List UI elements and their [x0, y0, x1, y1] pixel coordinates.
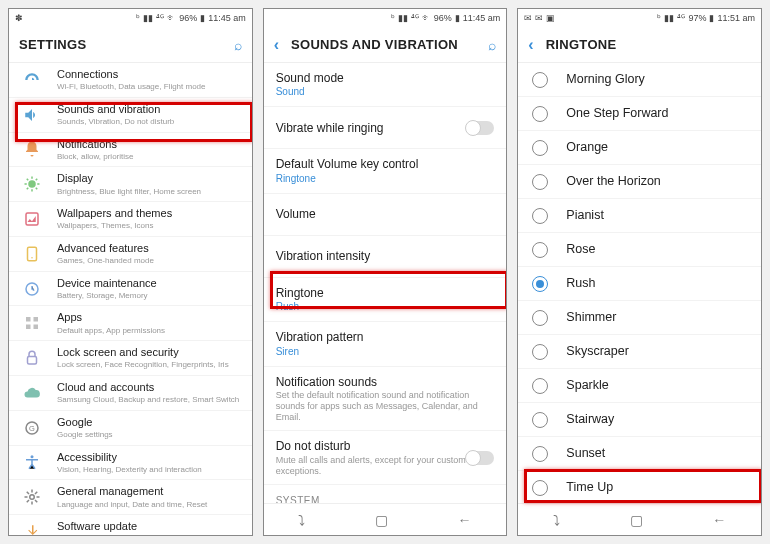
radio-button[interactable] [532, 378, 548, 394]
recents-button[interactable]: ⤵ [553, 512, 560, 528]
ringtone-option[interactable]: Stairway [518, 403, 761, 437]
item-title: Cloud and accounts [57, 381, 240, 394]
item-subtitle: Default apps, App permissions [57, 326, 240, 336]
radio-button[interactable] [532, 174, 548, 190]
sound-item[interactable]: Vibration intensity [264, 236, 507, 278]
google-icon: G [21, 417, 43, 439]
settings-item-accessibility[interactable]: AccessibilityVision, Hearing, Dexterity … [9, 446, 252, 481]
recents-button[interactable]: ⤵ [298, 512, 305, 528]
settings-item-sound[interactable]: Sounds and vibrationSounds, Vibration, D… [9, 98, 252, 133]
sound-icon [21, 104, 43, 126]
item-subtitle: Block, allow, prioritise [57, 152, 240, 162]
item-subtitle: Set the default notification sound and n… [276, 390, 495, 422]
ringtone-label: Rose [566, 242, 595, 257]
ringtone-label: Shimmer [566, 310, 616, 325]
settings-item-lock[interactable]: Lock screen and securityLock screen, Fac… [9, 341, 252, 376]
settings-item-apps[interactable]: AppsDefault apps, App permissions [9, 306, 252, 341]
nav-bar: ⤵ ▢ ← [264, 503, 507, 535]
item-title: Advanced features [57, 242, 240, 255]
cloud-icon [21, 382, 43, 404]
signal-icon: ▮▮ [398, 13, 408, 23]
ringtone-label: Sparkle [566, 378, 608, 393]
ringtone-option[interactable]: One Step Forward [518, 97, 761, 131]
ringtone-option[interactable]: Over the Horizon [518, 165, 761, 199]
settings-item-connections[interactable]: ConnectionsWi-Fi, Bluetooth, Data usage,… [9, 63, 252, 98]
sound-item[interactable]: Do not disturbMute all calls and alerts,… [264, 431, 507, 485]
radio-button[interactable] [532, 310, 548, 326]
ringtone-label: Pianist [566, 208, 604, 223]
radio-button[interactable] [532, 446, 548, 462]
sound-item[interactable]: Vibrate while ringing [264, 107, 507, 149]
settings-item-advanced[interactable]: Advanced featuresGames, One-handed mode [9, 237, 252, 272]
settings-item-general[interactable]: General managementLanguage and input, Da… [9, 480, 252, 515]
sound-item[interactable]: RingtoneRush [264, 278, 507, 322]
ringtone-option[interactable]: Orange [518, 131, 761, 165]
item-title: General management [57, 485, 240, 498]
network-icon: ⁴ᴳ [156, 13, 164, 23]
ringtone-option[interactable]: Morning Glory [518, 63, 761, 97]
radio-button[interactable] [532, 276, 548, 292]
item-subtitle: Google settings [57, 430, 240, 440]
back-button[interactable]: ← [458, 512, 472, 528]
settings-item-wallpapers[interactable]: Wallpapers and themesWallpapers, Themes,… [9, 202, 252, 237]
settings-screen: ✽ ᵇ ▮▮ ⁴ᴳ ᯤ 96% ▮ 11:45 am SETTINGS ⌕ Co… [8, 8, 253, 536]
search-icon[interactable]: ⌕ [488, 37, 496, 53]
ringtone-option[interactable]: Sparkle [518, 369, 761, 403]
ringtone-label: Sunset [566, 446, 605, 461]
ringtone-label: One Step Forward [566, 106, 668, 121]
accessibility-icon [21, 451, 43, 473]
settings-item-display[interactable]: DisplayBrightness, Blue light filter, Ho… [9, 167, 252, 202]
general-icon [21, 486, 43, 508]
radio-button[interactable] [532, 242, 548, 258]
item-subtitle: Sounds, Vibration, Do not disturb [57, 117, 240, 127]
back-icon[interactable]: ‹ [528, 36, 533, 54]
status-bar: ✉ ✉ ▣ ᵇ ▮▮ ⁴ᴳ 97% ▮ 11:51 am [518, 9, 761, 27]
signal-icon: ▮▮ [143, 13, 153, 23]
item-subtitle: Mute all calls and alerts, except for yo… [276, 455, 467, 477]
toggle-switch[interactable] [466, 451, 494, 465]
ringtone-option[interactable]: Time Up [518, 471, 761, 503]
settings-item-google[interactable]: GGoogleGoogle settings [9, 411, 252, 446]
back-icon[interactable]: ‹ [274, 36, 279, 54]
settings-item-software[interactable]: Software updateDownload updates, Schedul… [9, 515, 252, 535]
radio-button[interactable] [532, 412, 548, 428]
radio-button[interactable] [532, 480, 548, 496]
home-button[interactable]: ▢ [375, 512, 388, 528]
sound-item[interactable]: Volume [264, 194, 507, 236]
ringtone-label: Rush [566, 276, 595, 291]
radio-button[interactable] [532, 208, 548, 224]
settings-item-maintenance[interactable]: Device maintenanceBattery, Storage, Memo… [9, 272, 252, 307]
item-subtitle: Battery, Storage, Memory [57, 291, 240, 301]
ringtone-label: Morning Glory [566, 72, 645, 87]
radio-button[interactable] [532, 106, 548, 122]
ringtone-option[interactable]: Rush [518, 267, 761, 301]
item-subtitle: Wi-Fi, Bluetooth, Data usage, Flight mod… [57, 82, 240, 92]
sound-item[interactable]: Notification soundsSet the default notif… [264, 367, 507, 432]
header: SETTINGS ⌕ [9, 27, 252, 63]
svg-rect-8 [34, 325, 39, 330]
search-icon[interactable]: ⌕ [234, 37, 242, 53]
back-button[interactable]: ← [712, 512, 726, 528]
ringtone-option[interactable]: Shimmer [518, 301, 761, 335]
ringtone-option[interactable]: Skyscraper [518, 335, 761, 369]
home-button[interactable]: ▢ [630, 512, 643, 528]
apps-icon [21, 312, 43, 334]
battery-icon: ▮ [709, 13, 714, 23]
settings-item-cloud[interactable]: Cloud and accountsSamsung Cloud, Backup … [9, 376, 252, 411]
item-title: Volume [276, 207, 495, 221]
sound-item[interactable]: Vibration patternSiren [264, 322, 507, 366]
item-title: Notification sounds [276, 375, 495, 389]
sounds-list: Sound modeSoundVibrate while ringingDefa… [264, 63, 507, 503]
sound-item[interactable]: Default Volume key controlRingtone [264, 149, 507, 193]
radio-button[interactable] [532, 344, 548, 360]
ringtone-option[interactable]: Rose [518, 233, 761, 267]
radio-button[interactable] [532, 72, 548, 88]
network-icon: ⁴ᴳ [411, 13, 419, 23]
radio-button[interactable] [532, 140, 548, 156]
sound-item[interactable]: Sound modeSound [264, 63, 507, 107]
settings-item-notifications[interactable]: NotificationsBlock, allow, prioritise [9, 133, 252, 168]
ringtone-option[interactable]: Sunset [518, 437, 761, 471]
toggle-switch[interactable] [466, 121, 494, 135]
ringtone-option[interactable]: Pianist [518, 199, 761, 233]
ringtone-label: Stairway [566, 412, 614, 427]
